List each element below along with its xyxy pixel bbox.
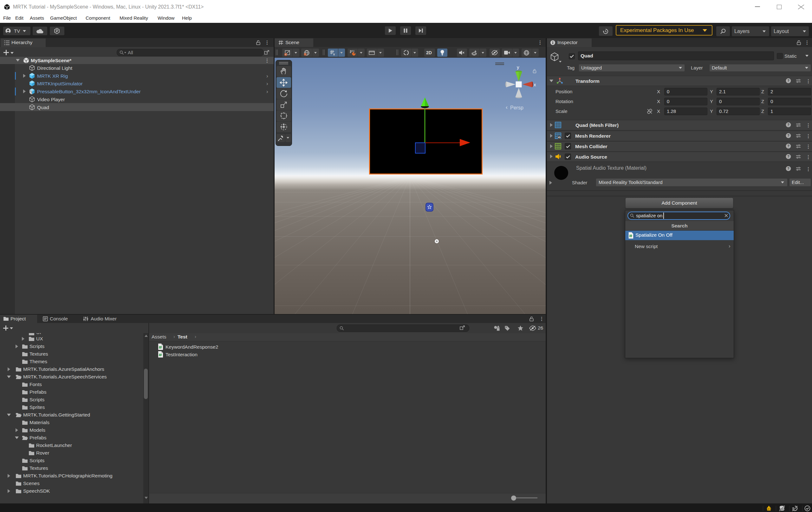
svg-text:?: ? bbox=[787, 79, 789, 83]
svg-text:?: ? bbox=[787, 134, 789, 137]
svg-text:?: ? bbox=[787, 144, 789, 148]
svg-text:?: ? bbox=[787, 154, 789, 158]
svg-text:?: ? bbox=[787, 123, 789, 126]
svg-text:?: ? bbox=[787, 167, 789, 170]
